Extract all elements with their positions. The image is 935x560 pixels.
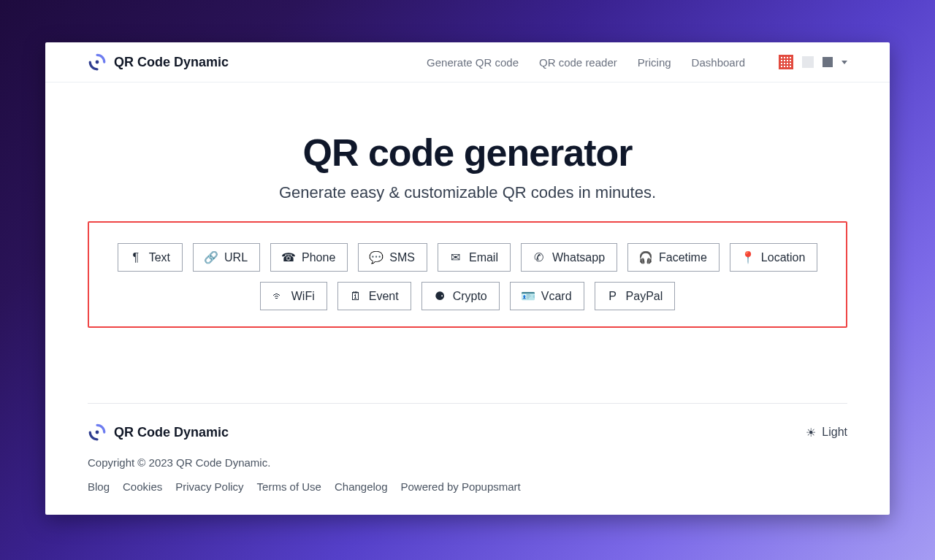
type-btn-label: SMS (389, 251, 415, 264)
primary-nav: Generate QR code QR code reader Pricing … (427, 55, 847, 69)
paypal-icon: P (607, 290, 619, 303)
footer-links: BlogCookiesPrivacy PolicyTerms of UseCha… (88, 480, 847, 493)
svg-point-0 (96, 61, 99, 64)
footer-brand[interactable]: QR Code Dynamic (88, 423, 229, 442)
type-btn-label: Phone (302, 251, 335, 264)
type-btn-label: Facetime (659, 251, 707, 264)
type-btn-paypal[interactable]: PPayPal (595, 282, 676, 310)
type-btn-label: Event (369, 290, 399, 303)
type-btn-label: WiFi (291, 290, 315, 303)
nav-reader[interactable]: QR code reader (539, 56, 617, 69)
footer-top: QR Code Dynamic ☀ Light (88, 423, 847, 442)
brand-name: QR Code Dynamic (114, 55, 229, 70)
footer-link[interactable]: Powered by Popupsmart (401, 480, 521, 493)
qr-thumbnail-icon[interactable] (779, 55, 793, 69)
avatar-placeholder-icon (802, 56, 814, 68)
type-btn-email[interactable]: ✉Email (438, 243, 511, 272)
chevron-down-icon[interactable] (842, 61, 847, 64)
main-content: QR code generator Generate easy & custom… (45, 83, 890, 374)
headset-icon: 🎧 (640, 250, 652, 264)
phone-icon: ☎ (283, 250, 294, 264)
type-btn-crypto[interactable]: ⚈Crypto (421, 282, 500, 310)
footer-link[interactable]: Changelog (335, 480, 388, 493)
type-btn-location[interactable]: 📍Location (730, 243, 818, 272)
wifi-icon: ᯤ (272, 290, 284, 303)
type-btn-phone[interactable]: ☎Phone (270, 243, 348, 272)
link-icon: 🔗 (205, 250, 217, 264)
brand-logo-icon (88, 53, 107, 72)
type-btn-label: Location (761, 251, 806, 264)
qr-type-selector: ¶Text🔗URL☎Phone💬SMS✉Email✆Whatsapp🎧Facet… (88, 221, 847, 328)
footer-link[interactable]: Blog (88, 480, 110, 493)
type-btn-label: PayPal (626, 290, 663, 303)
theme-toggle[interactable]: ☀ Light (806, 426, 847, 440)
type-btn-event[interactable]: 🗓Event (337, 282, 411, 310)
page-subtitle: Generate easy & customizable QR codes in… (279, 183, 656, 202)
app-window: QR Code Dynamic Generate QR code QR code… (45, 42, 890, 515)
pilcrow-icon: ¶ (130, 251, 142, 264)
type-btn-label: Email (469, 251, 498, 264)
type-btn-label: Text (149, 251, 170, 264)
footer-link[interactable]: Privacy Policy (175, 480, 243, 493)
footer-link[interactable]: Terms of Use (257, 480, 321, 493)
type-btn-sms[interactable]: 💬SMS (358, 243, 427, 272)
type-btn-whatsapp[interactable]: ✆Whatsapp (521, 243, 617, 272)
type-btn-text[interactable]: ¶Text (118, 243, 183, 272)
brand[interactable]: QR Code Dynamic (88, 53, 229, 72)
chat-icon: 💬 (370, 250, 382, 264)
nav-generate[interactable]: Generate QR code (427, 56, 519, 69)
page-title: QR code generator (302, 131, 632, 174)
envelope-icon: ✉ (450, 250, 462, 264)
footer: QR Code Dynamic ☀ Light Copyright © 2023… (45, 404, 890, 515)
type-btn-label: Whatsapp (552, 251, 605, 264)
sun-icon: ☀ (806, 426, 816, 440)
type-btn-label: URL (224, 251, 248, 264)
type-btn-wifi[interactable]: ᯤWiFi (260, 282, 327, 310)
pin-icon: 📍 (742, 250, 754, 264)
nav-account-area (779, 55, 847, 69)
type-btn-url[interactable]: 🔗URL (193, 243, 260, 272)
nav-pricing[interactable]: Pricing (638, 56, 671, 69)
id-card-icon: 🪪 (522, 289, 534, 303)
coin-icon: ⚈ (434, 289, 446, 303)
nav-dashboard[interactable]: Dashboard (692, 56, 745, 69)
footer-brand-name: QR Code Dynamic (114, 425, 229, 440)
account-menu-icon[interactable] (823, 57, 833, 67)
footer-link[interactable]: Cookies (123, 480, 162, 493)
theme-label: Light (822, 426, 847, 439)
header: QR Code Dynamic Generate QR code QR code… (45, 42, 890, 83)
whatsapp-icon: ✆ (533, 250, 545, 264)
svg-point-1 (96, 431, 99, 434)
calendar-icon: 🗓 (350, 290, 362, 303)
brand-logo-icon (88, 423, 107, 442)
type-btn-vcard[interactable]: 🪪Vcard (510, 282, 584, 310)
type-btn-label: Vcard (541, 290, 572, 303)
type-btn-facetime[interactable]: 🎧Facetime (627, 243, 720, 272)
copyright-text: Copyright © 2023 QR Code Dynamic. (88, 456, 847, 469)
type-btn-label: Crypto (453, 290, 487, 303)
